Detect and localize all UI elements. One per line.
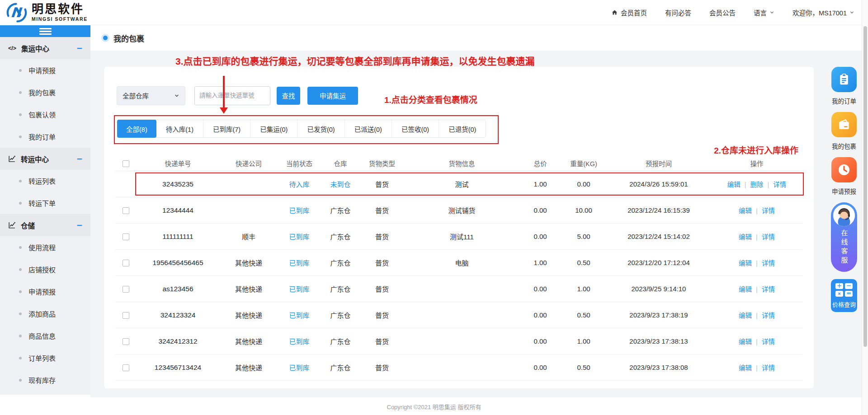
cell-status[interactable]: 已到库 <box>278 258 321 267</box>
online-customer-service-button[interactable]: 在线客服 <box>831 202 857 272</box>
sidebar-section-0[interactable]: </>集运中心− <box>0 37 90 59</box>
cell-tracking-no: 123456713424 <box>136 364 220 372</box>
status-tab-3[interactable]: 已集运(0) <box>250 120 297 137</box>
warehouse-select[interactable]: 全部仓库 <box>117 86 185 105</box>
sidebar-item-label: 转运下单 <box>28 198 56 208</box>
cell-total-price: 0.00 <box>519 285 561 293</box>
quick-clock-button[interactable] <box>831 157 857 182</box>
cell-warehouse: 广东仓 <box>321 336 360 346</box>
row-action-link[interactable]: 编辑 <box>739 310 752 320</box>
table-row: 123456713424其他快递已到库广东仓普货0.000.502023/9/2… <box>115 354 802 381</box>
row-action-link[interactable]: 编辑 <box>739 205 752 215</box>
status-tab-7[interactable]: 已退货(0) <box>439 120 486 137</box>
row-action-link[interactable]: 删除 <box>741 179 764 189</box>
cell-forecast-time: 2023/9/23 17:38:08 <box>606 364 711 371</box>
search-button[interactable]: 查找 <box>277 87 300 105</box>
table-row: 12344444已到库广东仓普货测试铺货0.0010.002023/12/24 … <box>115 197 802 224</box>
top-nav-label: 有问必答 <box>665 8 691 17</box>
status-tab-0[interactable]: 全部(8) <box>117 120 156 138</box>
row-action-link[interactable]: 详情 <box>752 336 775 346</box>
row-action-link[interactable]: 编辑 <box>739 336 752 346</box>
sidebar-item-label: 添加商品 <box>28 309 56 318</box>
top-nav-item-3[interactable]: 语言 <box>754 8 774 17</box>
collapse-minus-icon[interactable]: − <box>77 154 82 163</box>
row-action-link[interactable]: 详情 <box>764 179 787 189</box>
row-checkbox[interactable] <box>123 286 129 293</box>
row-checkbox[interactable] <box>123 207 129 214</box>
cell-status[interactable]: 已到库 <box>278 205 321 215</box>
status-tab-6[interactable]: 已签收(0) <box>392 120 439 137</box>
sidebar-section-1[interactable]: 转运中心− <box>0 148 90 170</box>
collapse-minus-icon[interactable]: − <box>77 220 82 230</box>
row-checkbox[interactable] <box>123 260 129 266</box>
top-nav-item-4[interactable]: 欢迎你，MS17001 <box>793 8 854 17</box>
main-content: 3.点击已到库的包裹进行集运，切记要等包裹全部到库再申请集运，以免发生包裹遗漏 … <box>90 51 868 397</box>
annotation-box-tabs: 全部(8)待入库(1)已到库(7)已集运(0)已发货(0)已派送(0)已签收(0… <box>114 115 499 144</box>
row-action-link[interactable]: 详情 <box>752 363 775 372</box>
sidebar-item[interactable]: 我的包裹 <box>0 81 90 103</box>
sidebar-item[interactable]: 现有库存 <box>0 369 90 391</box>
row-checkbox[interactable] <box>123 312 129 319</box>
apply-consolidation-button[interactable]: 申请集运 <box>307 87 358 105</box>
sidebar-item[interactable]: 订单列表 <box>0 347 90 369</box>
page-scrollbar[interactable] <box>862 0 868 415</box>
select-all-checkbox[interactable] <box>123 160 129 167</box>
cell-courier: 其他快递 <box>220 310 278 320</box>
row-action-link[interactable]: 详情 <box>752 284 775 294</box>
tracking-search-input[interactable] <box>194 86 270 105</box>
row-action-link[interactable]: 详情 <box>752 258 775 267</box>
sidebar-item[interactable]: 使用流程 <box>0 236 90 258</box>
quick-orders-button[interactable] <box>831 67 857 92</box>
row-checkbox[interactable] <box>123 233 129 240</box>
row-action-link[interactable]: 详情 <box>752 232 775 241</box>
row-action-link[interactable]: 编辑 <box>739 363 752 372</box>
column-header: 操作 <box>711 159 802 168</box>
cell-status[interactable]: 已到库 <box>278 363 321 372</box>
row-action-link[interactable]: 详情 <box>752 205 775 215</box>
sidebar-item[interactable]: 店铺授权 <box>0 258 90 280</box>
row-action-link[interactable]: 编辑 <box>727 179 741 189</box>
status-tab-1[interactable]: 待入库(1) <box>156 120 203 137</box>
cell-goods-type: 普货 <box>360 310 404 320</box>
sidebar-item[interactable]: 商品信息 <box>0 325 90 347</box>
sidebar-item[interactable]: 申请预报 <box>0 280 90 303</box>
collapse-minus-icon[interactable]: − <box>77 43 82 53</box>
row-checkbox[interactable] <box>123 338 129 345</box>
cell-status[interactable]: 已到库 <box>278 336 321 346</box>
quick-packages-button[interactable] <box>831 112 857 137</box>
status-tab-5[interactable]: 已派送(0) <box>345 120 392 137</box>
row-action-link[interactable]: 详情 <box>752 310 775 320</box>
sidebar-item[interactable]: 转运列表 <box>0 170 90 192</box>
price-query-button[interactable]: ＋－×＝价格查询 <box>831 279 857 312</box>
sidebar-item[interactable]: 我的订单 <box>0 126 90 148</box>
cell-actions: 编辑详情 <box>711 232 802 241</box>
cell-tracking-no: 32435235 <box>136 180 220 188</box>
row-action-link[interactable]: 编辑 <box>739 284 752 294</box>
status-tabs: 全部(8)待入库(1)已到库(7)已集运(0)已发货(0)已派送(0)已签收(0… <box>117 120 486 138</box>
sidebar-section-2[interactable]: 仓储− <box>0 214 90 236</box>
scrollbar-thumb[interactable] <box>863 26 867 347</box>
sidebar-item[interactable]: 转运下单 <box>0 192 90 214</box>
row-action-link[interactable]: 编辑 <box>739 232 752 241</box>
cell-warehouse: 广东仓 <box>321 205 360 215</box>
cell-total-price: 0.00 <box>519 364 561 371</box>
status-tab-4[interactable]: 已发货(0) <box>297 120 344 137</box>
sidebar-item[interactable]: 添加商品 <box>0 303 90 325</box>
cell-status[interactable]: 待入库 <box>278 179 321 189</box>
cell-weight: 1.00 <box>561 285 606 293</box>
top-nav-item-1[interactable]: 有问必答 <box>665 8 691 17</box>
cell-status[interactable]: 已到库 <box>278 232 321 241</box>
quick-action-label: 我的订单 <box>832 96 856 105</box>
cell-status[interactable]: 已到库 <box>278 310 321 320</box>
row-checkbox[interactable] <box>123 364 129 371</box>
sidebar-item[interactable]: 申请预报 <box>0 59 90 81</box>
sidebar-toggle-button[interactable] <box>0 25 90 37</box>
top-nav-item-2[interactable]: 会员公告 <box>709 8 736 17</box>
cell-goods-type: 普货 <box>360 205 404 215</box>
top-nav-item-0[interactable]: 会员首页 <box>611 8 647 17</box>
cell-status[interactable]: 已到库 <box>278 284 321 294</box>
status-tab-2[interactable]: 已到库(7) <box>203 120 250 137</box>
sidebar-item[interactable]: 包裹认领 <box>0 103 90 126</box>
row-action-link[interactable]: 编辑 <box>739 258 752 267</box>
calculator-icon: ＋－×＝ <box>835 283 853 297</box>
